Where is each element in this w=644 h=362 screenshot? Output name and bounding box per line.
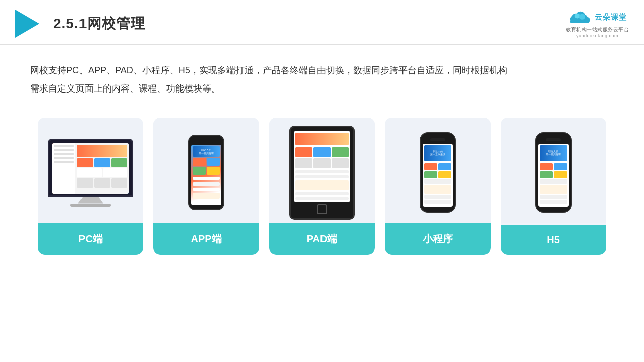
brand-url: yunduoketang.com (576, 33, 618, 38)
brand-logo: 云朵课堂 教育机构一站式服务云平台 yunduoketang.com (566, 9, 629, 38)
card-h5-label: H5 (501, 225, 606, 255)
desc-line2: 需求自定义页面上的内容、课程、功能模块等。 (30, 79, 523, 98)
brand-name: 云朵课堂 (595, 13, 627, 22)
header: 2.5.1网校管理 云朵课堂 教育机构一站式服务云平台 yunduoketang… (0, 0, 644, 45)
card-app-image: 职达人的第一堂兴趣课 (153, 118, 259, 223)
cloud-icon (568, 9, 592, 25)
pc-monitor-icon (48, 139, 133, 207)
card-pc: PC端 (38, 118, 143, 255)
cloud-logo: 云朵课堂 (568, 9, 627, 25)
description: 网校支持PC、APP、PAD、小程序、H5，实现多端打通，产品各终端自由切换，数… (0, 45, 553, 103)
cards-container: PC端 职达人的第一堂兴趣课 (0, 103, 644, 270)
card-pad-label: PAD端 (269, 223, 375, 255)
desc-line1: 网校支持PC、APP、PAD、小程序、H5，实现多端打通，产品各终端自由切换，数… (30, 61, 523, 79)
card-pc-image (38, 118, 143, 223)
svg-rect-5 (570, 20, 589, 23)
card-pc-label: PC端 (38, 223, 143, 255)
miniapp-phone-icon: 职达人的第一堂兴趣课 (420, 132, 456, 213)
svg-point-7 (579, 14, 585, 20)
page-title: 2.5.1网校管理 (53, 14, 145, 33)
card-pad: PAD端 (269, 118, 375, 255)
card-miniapp-label: 小程序 (385, 223, 491, 255)
header-left: 2.5.1网校管理 (15, 10, 145, 38)
card-miniapp-image: 职达人的第一堂兴趣课 (385, 118, 491, 223)
h5-phone-icon: 职达人的第一堂兴趣课 (535, 132, 572, 213)
logo-triangle-icon (15, 10, 39, 38)
card-app: 职达人的第一堂兴趣课 (153, 118, 259, 255)
brand-sub: 教育机构一站式服务云平台 (566, 26, 629, 33)
card-miniapp: 职达人的第一堂兴趣课 小程 (385, 118, 491, 255)
app-phone-icon: 职达人的第一堂兴趣课 (188, 135, 224, 210)
card-h5-image: 职达人的第一堂兴趣课 (501, 118, 606, 223)
card-app-label: APP端 (153, 223, 259, 255)
pad-tablet-icon (289, 126, 355, 220)
card-pad-image (269, 118, 375, 223)
card-h5: 职达人的第一堂兴趣课 H5 (501, 118, 606, 255)
